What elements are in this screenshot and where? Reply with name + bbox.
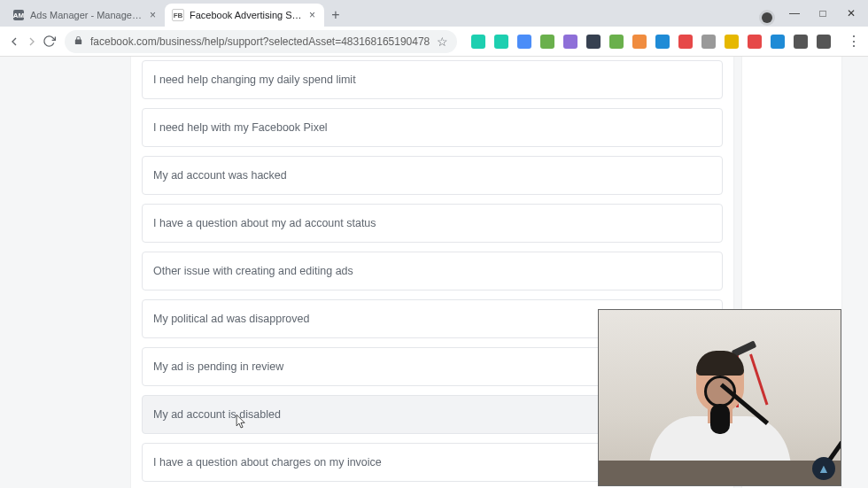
extension-icon[interactable]	[540, 35, 554, 49]
support-option[interactable]: I have a question about my ad account st…	[142, 204, 723, 243]
nav-forward-button[interactable]	[25, 31, 39, 52]
extension-icon[interactable]	[494, 35, 508, 49]
new-tab-button[interactable]: +	[324, 4, 347, 27]
extension-icon[interactable]	[678, 35, 693, 49]
webcam-overlay: ▲	[598, 309, 841, 486]
extension-icon[interactable]	[748, 35, 762, 49]
window-close-button[interactable]: ✕	[845, 7, 857, 19]
extension-icon[interactable]	[517, 35, 531, 49]
extension-icon[interactable]	[725, 35, 739, 49]
browser-tab-strip: AM Ads Manager - Manage Ads - Ca × FB Fa…	[0, 0, 868, 27]
extension-icon[interactable]	[771, 35, 785, 49]
nav-reload-button[interactable]	[43, 31, 56, 52]
ads-manager-favicon-icon: AM	[12, 9, 25, 21]
cursor-icon	[235, 414, 247, 430]
tab-close-button[interactable]: ×	[307, 9, 317, 21]
tab-title: Facebook Advertising Support | F	[190, 10, 302, 20]
extension-icon[interactable]	[817, 35, 831, 49]
extension-icon[interactable]	[471, 35, 485, 49]
nav-back-button[interactable]	[7, 31, 21, 52]
browser-toolbar: facebook.com/business/help/support?selec…	[0, 27, 868, 57]
extension-icons	[466, 35, 836, 49]
browser-tab-facebook-support[interactable]: FB Facebook Advertising Support | F ×	[165, 4, 324, 27]
browser-menu-button[interactable]: ⋮	[843, 33, 864, 50]
extension-icon[interactable]	[609, 35, 624, 49]
support-option[interactable]: I need help with my Facebook Pixel	[142, 108, 723, 147]
tab-close-button[interactable]: ×	[148, 9, 158, 21]
channel-watermark-icon: ▲	[812, 457, 835, 480]
extension-icon[interactable]	[632, 35, 647, 49]
recording-indicator-icon	[762, 12, 772, 23]
window-controls: — □ ✕	[778, 0, 868, 27]
extension-icon[interactable]	[586, 35, 601, 49]
webcam-footer	[599, 461, 841, 485]
browser-tab-ads-manager[interactable]: AM Ads Manager - Manage Ads - Ca ×	[5, 4, 165, 27]
support-option[interactable]: I need help changing my daily spend limi…	[142, 60, 723, 99]
lock-icon	[74, 35, 83, 47]
window-minimize-button[interactable]: —	[788, 7, 801, 19]
support-option[interactable]: Other issue with creating and editing ad…	[142, 252, 723, 290]
pop-filter-icon	[704, 376, 736, 407]
url-text: facebook.com/business/help/support?selec…	[90, 35, 430, 48]
extension-icon[interactable]	[794, 35, 808, 49]
extension-icon[interactable]	[563, 35, 577, 49]
extension-icon[interactable]	[701, 35, 716, 49]
bookmark-star-icon[interactable]: ☆	[437, 35, 448, 49]
window-maximize-button[interactable]: □	[817, 7, 829, 19]
page-viewport: I need help changing my daily spend limi…	[0, 57, 868, 488]
facebook-favicon-icon: FB	[172, 9, 184, 21]
microphone-head-icon	[710, 404, 730, 434]
support-option[interactable]: My ad account was hacked	[142, 156, 723, 195]
extension-icon[interactable]	[655, 35, 670, 49]
tab-title: Ads Manager - Manage Ads - Ca	[30, 10, 143, 20]
address-bar[interactable]: facebook.com/business/help/support?selec…	[65, 30, 457, 53]
